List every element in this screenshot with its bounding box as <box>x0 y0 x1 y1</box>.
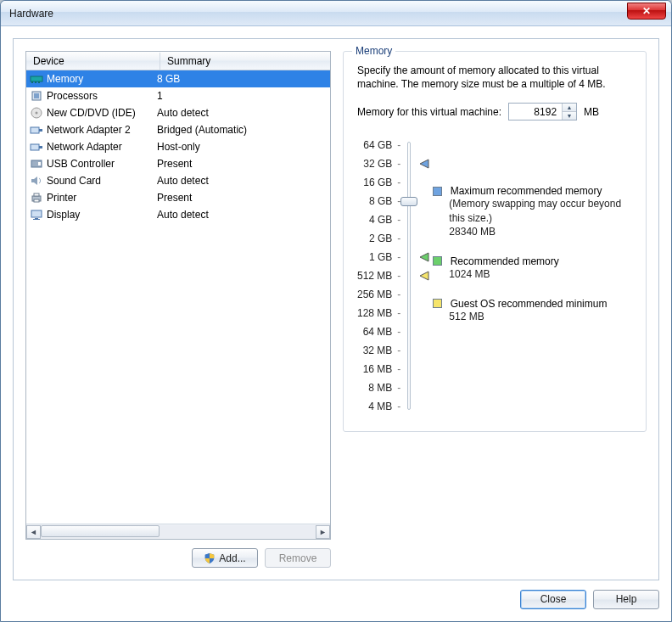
table-row[interactable]: DisplayAuto detect <box>26 206 330 223</box>
device-name: Processors <box>47 90 98 102</box>
scale-label: 64 GB <box>363 136 392 154</box>
add-button-label: Add... <box>219 552 245 564</box>
device-summary: Present <box>157 158 330 170</box>
legend-max: Maximum recommended memory (Memory swapp… <box>433 185 632 238</box>
scroll-track[interactable] <box>41 525 316 539</box>
table-row[interactable]: Memory8 GB <box>26 70 330 87</box>
spinner-down-icon[interactable]: ▼ <box>563 112 576 120</box>
memory-icon <box>30 72 43 86</box>
right-column: Memory Specify the amount of memory allo… <box>343 51 647 568</box>
disc-icon <box>30 106 43 120</box>
svg-rect-0 <box>31 76 42 81</box>
svg-rect-15 <box>34 193 39 196</box>
memory-slider[interactable] <box>400 136 417 416</box>
table-row[interactable]: Sound CardAuto detect <box>26 172 330 189</box>
scroll-left-arrow-icon[interactable]: ◄ <box>26 525 41 539</box>
swatch-yellow-icon <box>433 299 442 308</box>
svg-rect-3 <box>38 81 40 83</box>
hardware-dialog: Hardware ✕ Device Summary Memory8 GBProc… <box>0 0 672 622</box>
memory-groupbox: Memory Specify the amount of memory allo… <box>343 51 647 432</box>
scale-label: 16 MB <box>363 360 393 378</box>
close-button[interactable]: Close <box>520 590 586 609</box>
device-summary: Auto detect <box>157 107 330 119</box>
sound-icon <box>30 174 43 188</box>
legend-rec-value: 1024 MB <box>449 267 632 281</box>
left-column: Device Summary Memory8 GBProcessors1New … <box>25 51 331 568</box>
device-name: Display <box>47 209 80 221</box>
scale-label: 8 MB <box>368 378 392 397</box>
help-button[interactable]: Help <box>593 590 659 609</box>
device-list-header: Device Summary <box>26 52 330 70</box>
legend-min-title: Guest OS recommended minimum <box>451 298 608 310</box>
svg-rect-10 <box>31 144 39 150</box>
scale-label: 64 MB <box>363 322 393 341</box>
device-summary: Host-only <box>157 141 330 153</box>
legend-max-note: (Memory swapping may occur beyond this s… <box>449 197 632 224</box>
table-row[interactable]: USB ControllerPresent <box>26 155 330 172</box>
scale-label: 32 GB <box>363 154 392 173</box>
close-icon: ✕ <box>642 5 651 17</box>
table-row[interactable]: Processors1 <box>26 87 330 104</box>
scale-label: 128 MB <box>357 304 392 322</box>
slider-thumb[interactable] <box>400 197 417 206</box>
column-header-device[interactable]: Device <box>26 53 160 70</box>
usb-icon <box>30 157 43 171</box>
cpu-icon <box>30 89 43 103</box>
memory-field-unit: MB <box>584 106 599 118</box>
device-name: Network Adapter 2 <box>47 124 131 136</box>
device-summary: Auto detect <box>157 175 330 187</box>
swatch-blue-icon <box>433 187 442 196</box>
scale-label: 1 GB <box>369 248 392 266</box>
svg-point-7 <box>36 112 38 115</box>
window-close-button[interactable]: ✕ <box>627 3 666 20</box>
table-row[interactable]: PrinterPresent <box>26 189 330 206</box>
scale-label: 4 MB <box>368 397 392 416</box>
scale-labels: 64 GB32 GB16 GB8 GB4 GB2 GB1 GB512 MB256… <box>357 136 392 416</box>
spinner-up-icon[interactable]: ▲ <box>563 104 576 112</box>
device-list-body[interactable]: Memory8 GBProcessors1New CD/DVD (IDE)Aut… <box>26 70 330 524</box>
device-summary: Present <box>157 192 330 204</box>
scroll-thumb[interactable] <box>41 525 160 537</box>
scale-label: 8 GB <box>369 192 392 210</box>
memory-groupbox-title: Memory <box>352 45 395 57</box>
memory-input[interactable] <box>509 104 562 120</box>
device-summary: 1 <box>157 90 330 102</box>
device-list: Device Summary Memory8 GBProcessors1New … <box>25 51 331 540</box>
table-row[interactable]: Network Adapter 2Bridged (Automatic) <box>26 121 330 138</box>
help-button-label: Help <box>616 593 637 605</box>
device-name: Network Adapter <box>47 141 122 153</box>
scroll-right-arrow-icon[interactable]: ► <box>316 525 330 539</box>
marker-rec-icon <box>419 252 429 265</box>
titlebar: Hardware ✕ <box>1 1 671 26</box>
memory-spinner[interactable]: ▲ ▼ <box>508 103 577 120</box>
scale-label: 256 MB <box>357 285 392 304</box>
add-button[interactable]: Add... <box>192 548 258 568</box>
slider-track <box>407 142 411 410</box>
close-button-label: Close <box>540 593 567 605</box>
legend-max-title: Maximum recommended memory <box>451 185 602 197</box>
svg-rect-16 <box>34 199 39 202</box>
horizontal-scrollbar[interactable]: ◄ ► <box>26 524 330 539</box>
svg-rect-11 <box>39 146 42 148</box>
scale-label: 2 GB <box>369 229 392 248</box>
device-summary: Bridged (Automatic) <box>157 124 330 136</box>
display-icon <box>30 208 43 221</box>
memory-legend: Maximum recommended memory (Memory swapp… <box>433 136 632 416</box>
dialog-footer: Close Help <box>13 587 659 611</box>
svg-rect-5 <box>34 93 39 98</box>
column-header-summary[interactable]: Summary <box>160 53 330 70</box>
device-name: New CD/DVD (IDE) <box>47 107 136 119</box>
window-title: Hardware <box>9 8 53 20</box>
device-name: Printer <box>47 192 76 204</box>
table-row[interactable]: New CD/DVD (IDE)Auto detect <box>26 104 330 121</box>
memory-field-row: Memory for this virtual machine: ▲ ▼ MB <box>357 103 632 120</box>
table-row[interactable]: Network AdapterHost-only <box>26 138 330 155</box>
scale-label: 32 MB <box>363 341 393 360</box>
svg-rect-9 <box>39 129 42 132</box>
device-name: Memory <box>47 73 83 85</box>
legend-min: Guest OS recommended minimum 512 MB <box>433 298 632 323</box>
svg-rect-17 <box>31 210 42 217</box>
nic-icon <box>30 123 43 137</box>
marker-max-icon <box>419 159 429 171</box>
memory-slider-zone: 64 GB32 GB16 GB8 GB4 GB2 GB1 GB512 MB256… <box>357 136 632 416</box>
